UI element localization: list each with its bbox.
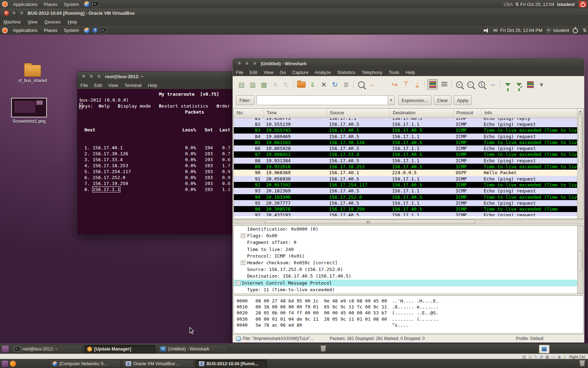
vbox-menu-help[interactable]: Help xyxy=(64,19,80,25)
coloring-rules-icon[interactable] xyxy=(525,80,535,89)
virtualbox-titlebar[interactable]: ✕ ∨ ∧ BUS-2012-10.04 [Running] - Oracle … xyxy=(0,8,588,18)
taskbar-window-button[interactable]: [Update Manager] xyxy=(84,345,155,353)
packet-row[interactable]: 9120.056930156.17.40.5156.17.1.1ICMPEcho… xyxy=(234,176,583,182)
vbox-menu-machine[interactable]: Machine xyxy=(0,19,24,25)
packet-list[interactable]: 8119.430775156.17.1.1156.17.40.5ICMPEcho… xyxy=(234,118,583,216)
wireshark-menu-capture[interactable]: Capture xyxy=(289,70,312,75)
host-menu-places[interactable]: Places xyxy=(41,2,61,7)
indicator-icon[interactable]: ✕ xyxy=(546,28,551,33)
close-capture-icon[interactable]: ✕ xyxy=(319,80,329,89)
taskbar-window-button[interactable]: [Computer Networks S... xyxy=(49,360,121,368)
packet-row[interactable]: 9019.968369156.17.40.1224.0.0.5OSPFHello… xyxy=(234,170,583,176)
hex-row[interactable]: 000008 00 27 48 bd 95 00 1c 0e 48 e9 c6 … xyxy=(234,298,583,304)
trash-icon[interactable] xyxy=(580,361,584,366)
packet-list-scrollbar[interactable]: ▲ xyxy=(577,109,583,219)
keyboard-capture-icon[interactable]: ⇩ xyxy=(563,354,567,359)
go-bottom-icon[interactable]: ↓ xyxy=(412,80,422,89)
scrollbar-thumb[interactable] xyxy=(578,116,583,169)
open-capture-icon[interactable] xyxy=(296,80,306,89)
taskbar-window-button[interactable]: >_root@bus-2012: ~ xyxy=(11,345,82,353)
packet-row[interactable]: 9420.183306156.17.252.0156.17.40.5ICMPTi… xyxy=(234,194,583,200)
detail-row[interactable]: +Header checksum: 0x659c [correct] xyxy=(234,259,583,266)
hex-row[interactable]: 001000 38 00 00 00 00 f9 01 65 9c 9c 11 … xyxy=(234,304,583,310)
filter-button[interactable]: Filter: xyxy=(236,95,254,105)
hex-row[interactable]: 00405e 78 ac 06 ed 80^x.... xyxy=(234,322,583,328)
taskbar-window-button[interactable]: VBUS-2012-10.04 [Runni... xyxy=(196,360,267,368)
vm-user-menu[interactable]: lstudent xyxy=(553,28,569,33)
expert-info-icon[interactable] xyxy=(236,336,241,341)
column-header-source[interactable]: Source xyxy=(327,109,390,118)
firefox-icon[interactable] xyxy=(84,1,90,7)
zoom-in-icon[interactable]: + xyxy=(454,80,464,89)
wireshark-menu-help[interactable]: Help xyxy=(402,70,418,75)
packet-row[interactable]: 9620.308576156.17.19.250156.17.40.5ICMPT… xyxy=(234,206,583,212)
reload-capture-icon[interactable]: ↻ xyxy=(330,80,340,89)
terminal-launcher-icon[interactable]: >_ xyxy=(92,1,99,7)
vm-menu-system[interactable]: System xyxy=(61,28,82,33)
detail-row[interactable]: Type: 11 (Time-to-live exceeded) xyxy=(234,286,583,293)
wireshark-menu-file[interactable]: File xyxy=(233,70,246,75)
workspace-applet-icon[interactable] xyxy=(1,360,8,367)
expression-button[interactable]: Expression... xyxy=(398,95,432,105)
wireshark-menu-view[interactable]: View xyxy=(260,70,276,75)
packet-row[interactable]: 9520.307777156.17.40.5156.17.1.1ICMPEcho… xyxy=(234,200,583,206)
wireshark-menu-tools[interactable]: Tools xyxy=(385,70,402,75)
cd-icon[interactable]: ◎ xyxy=(528,354,532,359)
wireshark-menu-analyze[interactable]: Analyze xyxy=(312,70,334,75)
wireshark-titlebar[interactable]: ✕ ∨ ∧ (Untitled) - Wireshark xyxy=(233,59,584,68)
taskbar-window-button[interactable]: ∿(Untitled) - Wireshark xyxy=(157,345,229,353)
maximize-icon[interactable]: ∧ xyxy=(96,74,102,80)
wireshark-menu-edit[interactable]: Edit xyxy=(246,70,260,75)
packet-row[interactable]: 8419.680469156.17.40.5156.17.1.1ICMPEcho… xyxy=(234,134,583,139)
host-menu-system[interactable]: System xyxy=(61,2,82,7)
find-packet-icon[interactable] xyxy=(356,80,366,89)
terminal-menu-help[interactable]: Help xyxy=(145,83,160,88)
hex-row[interactable]: 003000 00 01 01 04 de 9c 11 28 05 9c 11 … xyxy=(234,316,583,322)
stop-capture-icon[interactable]: ✕ xyxy=(270,80,280,89)
maximize-icon[interactable]: ∧ xyxy=(19,10,25,16)
maximize-icon[interactable]: ∧ xyxy=(252,61,258,67)
vm-menu-applications[interactable]: Applications xyxy=(10,28,41,33)
restart-capture-icon[interactable]: ↻ xyxy=(281,80,291,89)
resize-columns-icon[interactable]: ⇔ xyxy=(488,80,498,89)
vbox-menu-devices[interactable]: Devices xyxy=(41,19,64,25)
desktop-icon-screenshot[interactable]: Screenshot1.png xyxy=(6,98,52,124)
detail-row[interactable]: Destination: 156.17.40.5 (156.17.40.5) xyxy=(234,273,583,279)
column-header-protocol[interactable]: Protocol xyxy=(454,109,482,118)
apply-button[interactable]: Apply xyxy=(454,95,472,105)
display-filter-icon[interactable]: ✓ xyxy=(514,80,524,89)
vm-menu-places[interactable]: Places xyxy=(41,28,61,33)
ubuntu-logo-icon[interactable] xyxy=(2,1,8,7)
terminal-menu-terminal[interactable]: Terminal xyxy=(121,83,145,88)
host-menu-applications[interactable]: Applications xyxy=(10,2,41,7)
minimize-icon[interactable]: ∨ xyxy=(244,61,250,67)
hdd-icon[interactable]: ▤ xyxy=(522,354,526,359)
terminal-menu-view[interactable]: View xyxy=(105,83,121,88)
statusbar-profile[interactable]: Profile: Default xyxy=(516,336,544,341)
hex-row[interactable]: 002028 05 0b 00 f4 ff 00 00 00 00 45 00 … xyxy=(234,310,583,316)
usb-icon[interactable]: ✎ xyxy=(534,354,538,359)
vm-clock[interactable]: Fri Oct 25, 12:04 PM xyxy=(500,28,542,33)
expand-icon[interactable]: + xyxy=(241,233,245,238)
packet-row[interactable]: 9220.057502156.17.254.117156.17.40.5ICMP… xyxy=(234,182,583,188)
start-capture-icon[interactable]: ▦ xyxy=(259,80,269,89)
packet-row[interactable]: 8619.805928156.17.40.5156.17.1.1ICMPEcho… xyxy=(234,145,583,151)
packet-row[interactable]: 9720.433193156.17.40.5156.17.1.1ICMPEcho… xyxy=(234,212,583,216)
go-back-icon[interactable]: ← xyxy=(368,80,377,89)
terminal-content[interactable]: My traceroute [v0.75] bus-2012 (0.0.0.0)… xyxy=(77,89,233,235)
packet-row[interactable]: 8219.555139156.17.40.5156.17.1.1ICMPEcho… xyxy=(234,121,583,127)
help-icon[interactable]: ? xyxy=(92,28,98,33)
detail-row[interactable]: Protocol: ICMP (0x01) xyxy=(234,253,583,259)
colorize-icon[interactable] xyxy=(427,79,438,90)
packet-details-pane[interactable]: Identification: 0x0000 (0)+Flags: 0x00Fr… xyxy=(233,225,583,294)
zoom-100-icon[interactable]: 1 xyxy=(477,80,486,89)
capture-options-icon[interactable]: ▥ xyxy=(248,80,258,89)
keyboard-layout-indicator[interactable]: USA xyxy=(504,2,513,7)
display-icon[interactable]: ▭ xyxy=(551,354,555,359)
vm-updown-arrows-icon[interactable]: ⇅ xyxy=(583,28,586,33)
packet-row[interactable]: 8719.806452156.17.33.4156.17.40.5ICMPTim… xyxy=(234,151,583,157)
save-capture-icon[interactable]: ⇓ xyxy=(308,80,317,89)
minimize-icon[interactable]: ∨ xyxy=(89,74,94,80)
column-header-info[interactable]: Info xyxy=(482,109,583,118)
vm-firefox-icon[interactable] xyxy=(84,28,90,33)
